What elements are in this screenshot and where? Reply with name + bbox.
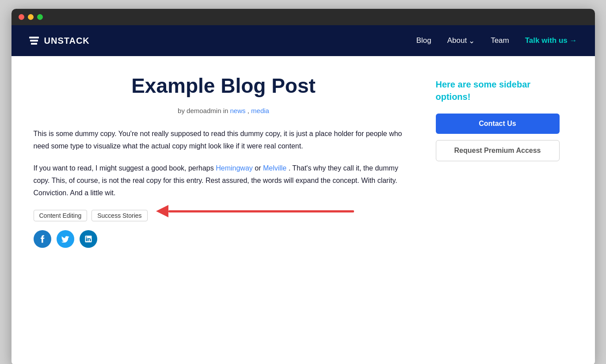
social-icons <box>34 230 414 248</box>
nav-link-blog[interactable]: Blog <box>416 36 431 45</box>
nav-links: Blog About ⌄ Team Talk with us → <box>416 36 577 46</box>
twitter-icon[interactable] <box>57 230 74 248</box>
facebook-icon[interactable] <box>34 230 51 248</box>
sidebar: Here are some sidebar options! Contact U… <box>436 74 560 343</box>
tag-success-stories[interactable]: Success Stories <box>91 210 147 221</box>
page-content: Example Blog Post by demoadmin in news ,… <box>11 56 595 364</box>
post-link-melville[interactable]: Melville <box>263 164 286 172</box>
traffic-light-yellow[interactable] <box>28 14 34 20</box>
post-paragraph-2: If you want to read, I might suggest a g… <box>34 162 414 199</box>
post-paragraph-1: This is some dummy copy. You're not real… <box>34 128 414 152</box>
request-premium-access-button[interactable]: Request Premium Access <box>436 140 560 161</box>
post-tags: Content Editing Success Stories <box>34 210 148 221</box>
sidebar-heading: Here are some sidebar options! <box>436 78 560 103</box>
post-body: This is some dummy copy. You're not real… <box>34 128 414 199</box>
post-meta: by demoadmin in news , media <box>34 107 414 114</box>
browser-window: UNSTACK Blog About ⌄ Team Talk with us →… <box>11 9 595 364</box>
arrow-line <box>168 210 354 212</box>
arrow-annotation <box>156 205 354 217</box>
post-category-news[interactable]: news <box>230 107 246 114</box>
post-title: Example Blog Post <box>34 74 414 98</box>
main-content: Example Blog Post by demoadmin in news ,… <box>34 74 414 343</box>
arrow-head-icon <box>156 205 168 217</box>
nav-link-team[interactable]: Team <box>491 36 509 45</box>
traffic-light-red[interactable] <box>19 14 24 20</box>
navbar: UNSTACK Blog About ⌄ Team Talk with us → <box>11 25 595 56</box>
post-meta-prefix: by <box>178 107 187 114</box>
logo-text: UNSTACK <box>44 36 90 46</box>
chevron-down-icon: ⌄ <box>469 36 475 46</box>
post-meta-in: in <box>223 107 230 114</box>
post-link-hemingway[interactable]: Hemingway <box>216 164 253 172</box>
traffic-light-green[interactable] <box>37 14 43 20</box>
contact-us-button[interactable]: Contact Us <box>436 114 560 134</box>
tag-content-editing[interactable]: Content Editing <box>34 210 88 221</box>
logo-icon <box>29 37 39 45</box>
browser-chrome <box>11 9 595 25</box>
post-category-media[interactable]: media <box>251 107 269 114</box>
nav-link-talk-with-us[interactable]: Talk with us → <box>525 36 577 45</box>
post-author: demoadmin <box>187 107 221 114</box>
nav-link-about[interactable]: About ⌄ <box>447 36 475 46</box>
nav-logo[interactable]: UNSTACK <box>29 36 90 46</box>
linkedin-icon[interactable] <box>80 230 97 248</box>
